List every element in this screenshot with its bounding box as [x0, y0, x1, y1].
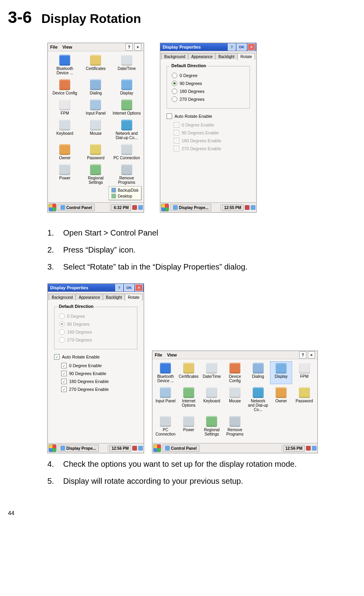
check-row[interactable]: 270 Degrees Enable	[174, 146, 250, 151]
ok-button[interactable]: OK	[236, 43, 247, 51]
cp-item[interactable]: FPM	[293, 362, 315, 384]
tray-icon[interactable]	[245, 205, 250, 210]
start-button[interactable]	[153, 444, 161, 452]
cp-item[interactable]: Password	[293, 386, 315, 413]
cp-item[interactable]: Network and Dial-up Co...	[247, 386, 269, 413]
radio-row[interactable]: 270 Degrees	[59, 337, 133, 343]
close-button[interactable]: ×	[134, 43, 141, 51]
check-row[interactable]: 180 Degrees Enable	[61, 379, 137, 384]
menu-file[interactable]: File	[155, 353, 162, 357]
cp-item[interactable]: Network and Dial-up Co...	[112, 119, 141, 141]
radio-row[interactable]: 180 Degrees	[59, 329, 133, 335]
start-button[interactable]	[49, 444, 56, 452]
taskbar-item[interactable]: Control Panel	[58, 204, 95, 211]
cp-item[interactable]: Date/Time	[112, 54, 141, 76]
tray-icon[interactable]	[138, 446, 143, 451]
cp-item[interactable]: Dialing	[81, 78, 110, 96]
tab-background[interactable]: Background	[49, 294, 76, 300]
cp-item[interactable]: Display	[270, 362, 292, 384]
taskbar-item[interactable]: Display Prope...	[58, 445, 99, 452]
taskbar-time[interactable]: 6:32 PM	[111, 204, 131, 211]
cp-item[interactable]: Input Panel	[81, 98, 110, 116]
ok-button[interactable]: OK	[124, 284, 134, 291]
cp-item[interactable]: Keyboard	[50, 119, 79, 141]
cp-item[interactable]: Date/Time	[201, 362, 223, 384]
check-row[interactable]: 90 Degrees Enable	[174, 130, 250, 136]
tray-icon[interactable]	[312, 446, 317, 451]
tab-appearance[interactable]: Appearance	[75, 294, 103, 300]
help-button[interactable]: ?	[126, 43, 133, 51]
radio-row[interactable]: 270 Degrees	[172, 96, 246, 102]
radio-row[interactable]: 90 Degrees	[172, 81, 246, 86]
cp-item[interactable]: Owner	[270, 386, 292, 413]
menu-view[interactable]: View	[62, 45, 72, 49]
check-row[interactable]: 180 Degrees Enable	[174, 138, 250, 143]
cp-item[interactable]: Device Config	[224, 362, 246, 384]
cp-item[interactable]: Internet Options	[112, 98, 141, 116]
taskbar-time[interactable]: 12:56 PM	[283, 445, 305, 452]
tab-backlight[interactable]: Backlight	[103, 294, 125, 300]
tray-icon[interactable]	[306, 446, 311, 451]
cp-item[interactable]: Display	[112, 78, 141, 96]
radio-row[interactable]: 180 Degrees	[172, 89, 246, 94]
cp-item[interactable]: Internet Options	[178, 386, 200, 413]
cp-item[interactable]: PC Connection	[155, 415, 176, 437]
radio-row[interactable]: 0 Degree	[59, 313, 133, 319]
cp-item[interactable]: Certificates	[81, 54, 110, 76]
radio-row[interactable]: 0 Degree	[172, 73, 246, 78]
menu-view[interactable]: View	[167, 353, 177, 357]
tab-background[interactable]: Background	[161, 53, 188, 60]
tab-backlight[interactable]: Backlight	[215, 53, 238, 60]
cp-item[interactable]: Bluetooth Device ...	[155, 362, 176, 384]
tab-appearance[interactable]: Appearance	[188, 53, 216, 60]
cp-item[interactable]: Bluetooth Device ...	[50, 54, 79, 76]
cp-item[interactable]: PC Connection	[112, 143, 141, 161]
radio-label: 90 Degrees	[180, 81, 202, 86]
cp-item[interactable]: Remove Programs	[224, 415, 246, 437]
cp-item[interactable]: Power	[178, 415, 200, 437]
cp-item[interactable]: Password	[81, 143, 110, 161]
radio-row[interactable]: 90 Degrees	[59, 321, 133, 327]
tray-icon[interactable]	[132, 446, 137, 451]
start-button[interactable]	[161, 204, 169, 211]
close-button[interactable]: ×	[248, 43, 255, 51]
close-button[interactable]: ×	[135, 284, 143, 291]
cp-item[interactable]: Regional Settings	[81, 163, 110, 185]
check-row[interactable]: 0 Degree Enable	[61, 363, 137, 368]
cp-item[interactable]: Regional Settings	[201, 415, 223, 437]
cp-item[interactable]: Input Panel	[155, 386, 176, 413]
auto-rotate-checkbox[interactable]	[54, 354, 60, 360]
cp-item[interactable]: Keyboard	[201, 386, 223, 413]
taskbar-time[interactable]: 12:56 PM	[109, 445, 131, 452]
radio-icon	[172, 81, 177, 86]
taskbar-item[interactable]: Display Prope...	[170, 204, 211, 211]
cp-item[interactable]: Mouse	[224, 386, 246, 413]
taskbar-time[interactable]: 12:55 PM	[222, 204, 244, 211]
cp-item[interactable]: Device Config	[50, 78, 79, 96]
cp-item[interactable]: Mouse	[81, 119, 110, 141]
start-button[interactable]	[49, 204, 56, 211]
tab-rotate[interactable]: Rotate	[237, 53, 255, 60]
cp-item-label: Remove Programs	[112, 176, 141, 185]
check-row[interactable]: 0 Degree Enable	[174, 122, 250, 128]
cp-item[interactable]: Certificates	[178, 362, 200, 384]
close-button[interactable]: ×	[308, 351, 315, 358]
cp-item[interactable]: FPM	[50, 98, 79, 116]
help-button[interactable]: ?	[115, 284, 123, 291]
check-row[interactable]: 90 Degrees Enable	[61, 371, 137, 376]
cp-item[interactable]: Dialing	[247, 362, 269, 384]
help-button[interactable]: ?	[228, 43, 236, 51]
help-button[interactable]: ?	[299, 351, 306, 358]
tray-icon[interactable]	[138, 205, 143, 210]
cp-item[interactable]: Power	[50, 163, 79, 185]
cp-item[interactable]: Owner	[50, 143, 79, 161]
tray-icon[interactable]	[251, 205, 255, 210]
cp-item[interactable]: Remove Programs	[112, 163, 141, 185]
check-label: 270 Degrees Enable	[69, 387, 109, 392]
tray-icon[interactable]	[132, 205, 137, 210]
taskbar-item[interactable]: Control Panel	[162, 445, 199, 452]
tab-rotate[interactable]: Rotate	[125, 294, 143, 301]
check-row[interactable]: 270 Degrees Enable	[61, 387, 137, 392]
auto-rotate-checkbox[interactable]	[167, 113, 172, 119]
menu-file[interactable]: File	[50, 45, 58, 49]
